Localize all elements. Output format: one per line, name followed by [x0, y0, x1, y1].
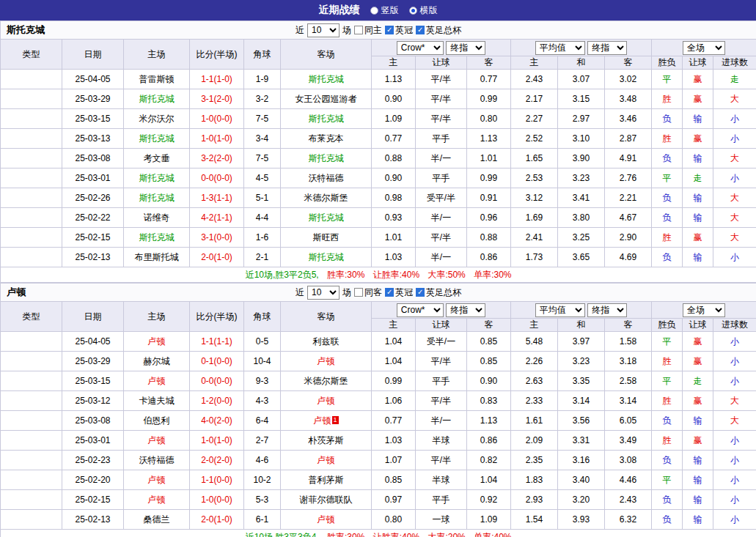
score-cell[interactable]: 4-2(1-1): [190, 208, 244, 228]
layout-option-vertical[interactable]: 竖版: [370, 4, 399, 17]
home-team-link[interactable]: 普雷斯顿: [139, 74, 175, 84]
league-filter[interactable]: 英冠: [385, 286, 413, 299]
home-team-cell[interactable]: 卢顿: [124, 431, 190, 451]
away-team-cell[interactable]: 卢顿: [281, 352, 372, 371]
score-cell[interactable]: 3-1(2-0): [190, 89, 244, 109]
league-checkbox[interactable]: [385, 288, 394, 297]
away-team-cell[interactable]: 斯托克城: [281, 149, 372, 168]
away-team-link[interactable]: 斯托克城: [309, 114, 344, 124]
home-team-link[interactable]: 斯托克城: [139, 173, 175, 183]
score-cell[interactable]: 1-0(0-0): [190, 109, 244, 129]
home-team-link[interactable]: 沃特福德: [139, 455, 175, 465]
home-team-cell[interactable]: 米尔沃尔: [124, 109, 190, 129]
score-link[interactable]: 2-0(1-0): [201, 252, 232, 262]
home-team-link[interactable]: 赫尔城: [144, 356, 170, 366]
away-team-link[interactable]: 布莱克本: [309, 133, 344, 144]
away-team-link[interactable]: 米德尔斯堡: [304, 193, 348, 203]
recent-count-select[interactable]: 10: [307, 23, 340, 37]
venue-checkbox[interactable]: [354, 26, 363, 34]
away-team-cell[interactable]: 卢顿1: [281, 411, 372, 431]
home-team-cell[interactable]: 卢顿: [124, 490, 190, 510]
cup-filter[interactable]: 英足总杯: [416, 24, 461, 37]
radio-unselected-icon[interactable]: [370, 7, 378, 15]
away-team-link[interactable]: 米德尔斯堡: [304, 376, 348, 386]
home-team-cell[interactable]: 普雷斯顿: [124, 70, 190, 89]
home-team-cell[interactable]: 斯托克城: [124, 228, 190, 248]
score-link[interactable]: 4-2(1-1): [201, 212, 232, 223]
away-team-cell[interactable]: 斯托克城: [281, 109, 372, 129]
venue-checkbox[interactable]: [354, 288, 363, 297]
score-cell[interactable]: 3-1(0-0): [190, 228, 244, 248]
away-team-cell[interactable]: 卢顿: [281, 391, 372, 411]
home-team-link[interactable]: 斯托克城: [139, 193, 175, 203]
score-cell[interactable]: 1-0(1-0): [190, 129, 244, 149]
cup-checkbox[interactable]: [416, 288, 425, 297]
home-team-cell[interactable]: 桑德兰: [124, 510, 190, 530]
scope-select[interactable]: 全场: [683, 303, 725, 317]
home-team-cell[interactable]: 斯托克城: [124, 89, 190, 109]
home-team-link[interactable]: 布里斯托城: [135, 252, 179, 262]
away-team-link[interactable]: 斯托克城: [309, 153, 344, 163]
home-team-cell[interactable]: 布里斯托城: [124, 248, 190, 267]
away-team-cell[interactable]: 沃特福德: [281, 168, 372, 188]
cup-checkbox[interactable]: [416, 26, 425, 34]
odds-company-select[interactable]: Crow*: [397, 303, 444, 317]
away-team-cell[interactable]: 谢菲尔德联队: [281, 490, 372, 510]
home-team-cell[interactable]: 斯托克城: [124, 129, 190, 149]
home-team-cell[interactable]: 斯托克城: [124, 188, 190, 208]
home-team-link[interactable]: 斯托克城: [139, 133, 175, 144]
score-cell[interactable]: 4-0(2-0): [190, 411, 244, 431]
score-cell[interactable]: 1-1(1-1): [190, 332, 244, 352]
away-team-link[interactable]: 卢顿: [318, 396, 335, 406]
score-link[interactable]: 3-1(0-0): [201, 232, 232, 242]
score-link[interactable]: 3-2(2-0): [201, 153, 232, 163]
score-link[interactable]: 0-0(0-0): [201, 376, 232, 386]
score-link[interactable]: 2-0(1-0): [201, 514, 232, 525]
away-team-link[interactable]: 普利茅斯: [309, 475, 344, 485]
away-team-link[interactable]: 斯旺西: [313, 232, 340, 242]
away-team-cell[interactable]: 斯旺西: [281, 228, 372, 248]
home-team-link[interactable]: 伯恩利: [144, 415, 170, 426]
score-link[interactable]: 1-1(0-0): [201, 475, 232, 485]
odds-company-select[interactable]: Crow*: [397, 41, 444, 55]
away-team-cell[interactable]: 利兹联: [281, 332, 372, 352]
away-team-link[interactable]: 卢顿: [318, 455, 335, 465]
home-team-cell[interactable]: 卢顿: [124, 470, 190, 490]
away-team-cell[interactable]: 卢顿: [281, 451, 372, 470]
score-link[interactable]: 2-0(2-0): [201, 455, 232, 465]
home-team-link[interactable]: 考文垂: [144, 153, 170, 163]
score-cell[interactable]: 1-0(0-0): [190, 490, 244, 510]
away-team-link[interactable]: 斯托克城: [309, 74, 344, 84]
home-team-link[interactable]: 斯托克城: [139, 232, 175, 242]
league-checkbox[interactable]: [385, 26, 394, 34]
radio-selected-icon[interactable]: [409, 7, 417, 15]
score-link[interactable]: 4-0(2-0): [201, 415, 232, 426]
score-link[interactable]: 1-2(0-0): [201, 396, 232, 406]
home-team-cell[interactable]: 卡迪夫城: [124, 391, 190, 411]
average-select[interactable]: 平均值: [535, 303, 585, 317]
home-team-cell[interactable]: 诺维奇: [124, 208, 190, 228]
away-team-cell[interactable]: 卢顿: [281, 510, 372, 530]
away-team-link[interactable]: 斯托克城: [309, 212, 344, 223]
league-filter[interactable]: 英冠: [385, 24, 413, 37]
recent-count-select[interactable]: 10: [307, 286, 340, 300]
away-team-link[interactable]: 卢顿: [318, 356, 335, 366]
home-team-link[interactable]: 卢顿: [148, 435, 166, 445]
scope-select[interactable]: 全场: [683, 41, 725, 55]
score-cell[interactable]: 2-0(2-0): [190, 451, 244, 470]
odds-index-select[interactable]: 终指: [446, 41, 485, 55]
away-team-cell[interactable]: 斯托克城: [281, 70, 372, 89]
average-index-select[interactable]: 终指: [587, 41, 627, 55]
score-cell[interactable]: 0-0(0-0): [190, 371, 244, 391]
score-cell[interactable]: 2-0(1-0): [190, 248, 244, 267]
score-cell[interactable]: 1-1(1-0): [190, 70, 244, 89]
away-team-cell[interactable]: 斯托克城: [281, 208, 372, 228]
score-link[interactable]: 1-1(1-0): [201, 74, 232, 84]
away-team-cell[interactable]: 布莱克本: [281, 129, 372, 149]
away-team-link[interactable]: 卢顿: [314, 415, 331, 426]
average-index-select[interactable]: 终指: [587, 303, 627, 317]
home-team-link[interactable]: 卢顿: [148, 475, 166, 485]
home-team-cell[interactable]: 伯恩利: [124, 411, 190, 431]
home-team-cell[interactable]: 赫尔城: [124, 352, 190, 371]
home-team-cell[interactable]: 考文垂: [124, 149, 190, 168]
